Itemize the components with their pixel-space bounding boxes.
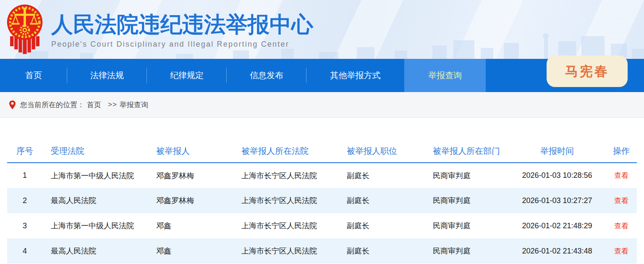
cell-report-time: 2026-01-03 10:27:27	[508, 188, 606, 213]
cell-department: 民商审判庭	[424, 163, 508, 188]
table-row: 2 最高人民法院 邓鑫罗林梅 上海市长宁区人民法院 副庭长 民商审判庭 2026…	[7, 188, 637, 213]
cell-accepting-court: 最高人民法院	[42, 188, 148, 213]
col-header-report-time: 举报时间	[508, 140, 606, 163]
col-header-action: 操作	[606, 140, 637, 163]
nav-item-home[interactable]: 首页	[0, 59, 67, 92]
cell-accepting-court: 最高人民法院	[42, 238, 148, 264]
col-header-department: 被举报人所在部门	[424, 140, 508, 163]
site-subtitle: People's Court Disciplinary and Illegal …	[51, 40, 313, 49]
user-badge[interactable]: 马宪春	[547, 55, 628, 87]
cell-reported-person: 邓鑫罗林梅	[148, 163, 233, 188]
report-query-results: 序号 受理法院 被举报人 被举报人所在法院 被举报人职位 被举报人所在部门 举报…	[7, 140, 637, 264]
cell-position: 副庭长	[338, 188, 424, 213]
cell-accepting-court: 上海市第一中级人民法院	[42, 163, 148, 188]
nav-item-other-report-methods[interactable]: 其他举报方式	[306, 59, 404, 92]
nav-item-discipline-rules[interactable]: 纪律规定	[147, 59, 227, 92]
cell-position: 副庭长	[338, 238, 424, 264]
cell-department: 民商审判庭	[424, 238, 508, 264]
nav-item-info-release[interactable]: 信息发布	[227, 59, 306, 92]
nav-item-laws[interactable]: 法律法规	[67, 59, 147, 92]
cell-index: 1	[7, 163, 42, 188]
breadcrumb-current[interactable]: 举报查询	[120, 100, 148, 110]
cell-report-time: 2026-01-03 10:28:56	[508, 163, 606, 188]
cell-reported-court: 上海市长宁区人民法院	[233, 238, 338, 264]
brand: 人民法院违纪违法举报中心 People's Court Disciplinary…	[5, 3, 313, 56]
main-nav: 首页 法律法规 纪律规定 信息发布 其他举报方式 举报查询 马宪春	[0, 59, 644, 92]
cell-report-time: 2026-01-02 21:48:29	[508, 213, 606, 238]
cell-index: 4	[7, 238, 42, 264]
nav-item-report-query[interactable]: 举报查询	[404, 59, 486, 92]
site-title: 人民法院违纪违法举报中心	[51, 13, 313, 37]
cell-reported-person: 邓鑫	[148, 238, 233, 264]
col-header-position: 被举报人职位	[338, 140, 424, 163]
cell-accepting-court: 上海市第一中级人民法院	[42, 213, 148, 238]
table-row: 1 上海市第一中级人民法院 邓鑫罗林梅 上海市长宁区人民法院 副庭长 民商审判庭…	[7, 163, 637, 188]
table-row: 4 最高人民法院 邓鑫 上海市长宁区人民法院 副庭长 民商审判庭 2026-01…	[7, 238, 637, 264]
col-header-reported-court: 被举报人所在法院	[233, 140, 338, 163]
cell-position: 副庭长	[338, 213, 424, 238]
table-header-row: 序号 受理法院 被举报人 被举报人所在法院 被举报人职位 被举报人所在部门 举报…	[7, 140, 637, 163]
table-row: 3 上海市第一中级人民法院 邓鑫 上海市长宁区人民法院 副庭长 民商审判庭 20…	[7, 213, 637, 238]
col-header-reported-person: 被举报人	[148, 140, 233, 163]
breadcrumb-home-link[interactable]: 首页	[87, 100, 101, 110]
cell-reported-person: 邓鑫罗林梅	[148, 188, 233, 213]
view-link[interactable]: 查看	[614, 197, 628, 205]
view-link[interactable]: 查看	[614, 222, 628, 230]
breadcrumb: 您当前所在的位置： 首页 >> 举报查询	[0, 92, 644, 118]
report-table: 序号 受理法院 被举报人 被举报人所在法院 被举报人职位 被举报人所在部门 举报…	[7, 140, 637, 264]
view-link[interactable]: 查看	[614, 172, 628, 180]
cell-position: 副庭长	[338, 163, 424, 188]
cell-reported-court: 上海市长宁区人民法院	[233, 188, 338, 213]
cell-reported-court: 上海市长宁区人民法院	[233, 213, 338, 238]
cell-report-time: 2026-01-02 21:43:48	[508, 238, 606, 264]
court-emblem-logo	[5, 3, 44, 56]
page: 人民法院违纪违法举报中心 People's Court Disciplinary…	[0, 0, 644, 264]
cell-department: 民商审判庭	[424, 213, 508, 238]
cell-index: 2	[7, 188, 42, 213]
col-header-accepting-court: 受理法院	[42, 140, 148, 163]
breadcrumb-prefix: 您当前所在的位置：	[20, 100, 84, 110]
cell-index: 3	[7, 213, 42, 238]
cell-reported-court: 上海市长宁区人民法院	[233, 163, 338, 188]
location-pin-icon	[9, 100, 16, 109]
cell-reported-person: 邓鑫	[148, 213, 233, 238]
col-header-index: 序号	[7, 140, 42, 163]
site-header: 人民法院违纪违法举报中心 People's Court Disciplinary…	[0, 0, 644, 59]
cell-department: 民商审判庭	[424, 188, 508, 213]
breadcrumb-separator: >>	[108, 100, 117, 109]
view-link[interactable]: 查看	[614, 247, 628, 255]
